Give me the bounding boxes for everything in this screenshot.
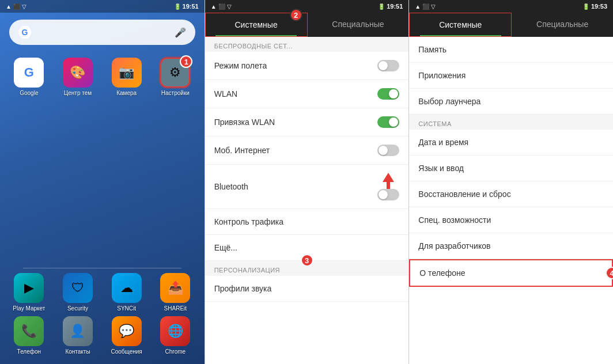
settings-item-restore[interactable]: Восстановление и сброс (409, 181, 613, 207)
app-grid-top: G Google 🎨 Центр тем 📷 Камера ⚙ 1 Настро… (0, 48, 205, 268)
app-chrome[interactable]: 🌐 Chrome (153, 316, 198, 355)
app-settings[interactable]: ⚙ 1 Настройки (153, 58, 198, 259)
step-badge-4: 4 (606, 267, 613, 279)
status-right-s2: 🔋 19:53 (582, 3, 607, 10)
download-icon-s1: ▽ (227, 3, 232, 10)
status-left-s2: ▲ ⬛ ▽ (415, 3, 436, 10)
app-label-security: Security (67, 305, 88, 312)
app-icon-phone: 📞 (14, 316, 44, 346)
google-logo: G (18, 26, 31, 39)
toggle-mobile[interactable] (377, 145, 399, 156)
settings-gear-icon: ⚙ (169, 65, 181, 80)
tab-special-s1[interactable]: Специальные (308, 13, 409, 37)
tab-system-label-s1: Системные (235, 20, 278, 29)
phone-icon: 📞 (21, 324, 37, 339)
app-contacts[interactable]: 👤 Контакты (56, 316, 100, 355)
settings-item-wlan-binding[interactable]: Привязка WLAN (205, 108, 409, 136)
tab-system-s2[interactable]: Системные (409, 13, 512, 37)
datetime-label: Дата и время (418, 138, 468, 147)
battery-icon: 🔋 (174, 3, 181, 10)
panel-home: ▲ ⬛ ▽ 🔋 19:51 G 🎤 G Google 🎨 Центр тем (0, 0, 205, 364)
app-google[interactable]: G Google (7, 58, 51, 259)
settings-item-developer[interactable]: Для разработчиков (409, 233, 613, 259)
settings-item-sound[interactable]: Профили звука (205, 276, 409, 302)
google-g-icon: G (24, 65, 34, 80)
settings-item-memory[interactable]: Память (409, 37, 613, 63)
developer-label: Для разработчиков (418, 241, 490, 251)
settings-item-apps[interactable]: Приложения (409, 63, 613, 89)
app-label-messages: Сообщения (111, 348, 142, 355)
about-label: О телефоне (419, 268, 465, 278)
app-shareit[interactable]: 📤 SHAREit (153, 273, 198, 312)
settings-item-traffic[interactable]: Контроль трафика (205, 209, 409, 235)
app-icon-shareit: 📤 (160, 273, 190, 303)
app-camera[interactable]: 📷 Камера (104, 58, 149, 259)
app-messages[interactable]: 💬 Сообщения (104, 316, 149, 355)
traffic-label: Контроль трафика (214, 217, 283, 226)
battery-icon-s1: 🔋 (378, 3, 385, 10)
settings-panel-2: ▲ ⬛ ▽ 🔋 19:53 Системные Специальные Памя… (409, 0, 613, 364)
status-time-s1: 19:51 (387, 3, 403, 10)
bluetooth-label: Bluetooth (214, 182, 248, 191)
mobile-label: Моб. Интернет (214, 146, 270, 155)
settings-item-language[interactable]: Язык и ввод (409, 156, 613, 181)
app-label-phone: Телефон (17, 348, 41, 355)
app-label-camera: Камера (116, 90, 137, 96)
messages-icon: 💬 (119, 324, 134, 339)
syncit-icon: ☁ (120, 280, 133, 295)
settings-item-airplane[interactable]: Режим полета (205, 52, 409, 80)
alert-icon-s2: ▲ (415, 3, 421, 10)
status-right-s1: 🔋 19:51 (378, 3, 403, 10)
app-label-chrome: Chrome (165, 348, 186, 355)
settings-item-datetime[interactable]: Дата и время (409, 130, 613, 156)
toggle-wlan[interactable] (377, 88, 399, 100)
app-security[interactable]: 🛡 Security (56, 273, 100, 312)
settings-item-about[interactable]: О телефоне 4 (409, 259, 613, 287)
settings-item-launcher[interactable]: Выбор лаунчера (409, 89, 613, 115)
image-icon: ⬛ (13, 3, 20, 10)
step-badge-3: 3 (301, 254, 313, 267)
status-time-home: 19:51 (183, 3, 199, 10)
app-icon-messages: 💬 (112, 316, 142, 346)
app-playmarket[interactable]: ▶ Play Маркет (7, 273, 51, 312)
tabs-row-s2: Системные Специальные (409, 13, 613, 37)
search-bar[interactable]: G 🎤 (9, 20, 195, 45)
app-themes[interactable]: 🎨 Центр тем (56, 58, 100, 259)
apps-label: Приложения (418, 71, 466, 80)
app-phone[interactable]: 📞 Телефон (7, 316, 51, 355)
bluetooth-toggle-container (377, 173, 399, 200)
launcher-label: Выбор лаунчера (418, 97, 480, 106)
step-badge-1: 1 (180, 55, 192, 68)
settings-item-wlan[interactable]: WLAN (205, 80, 409, 108)
wlan-binding-label: Привязка WLAN (214, 117, 275, 127)
app-icon-syncit: ☁ (112, 273, 142, 303)
app-label-contacts: Контакты (65, 348, 90, 355)
tabs-row-s1: Системные 2 Специальные (205, 13, 409, 37)
status-bar-settings1: ▲ ⬛ ▽ 🔋 19:51 (205, 0, 409, 13)
settings-list-s2: Память Приложения Выбор лаунчера СИСТЕМА… (409, 37, 613, 364)
status-bar-home: ▲ ⬛ ▽ 🔋 19:51 (0, 0, 205, 13)
app-label-google: Google (20, 90, 38, 96)
tab-system-s1[interactable]: Системные 2 (205, 13, 308, 37)
app-label-shareit: SHAREit (164, 305, 187, 312)
settings-item-bluetooth[interactable]: Bluetooth (205, 165, 409, 209)
app-icon-settings: ⚙ 1 (160, 58, 190, 88)
settings-item-accessibility[interactable]: Спец. возможности (409, 207, 613, 233)
tab-special-s2[interactable]: Специальные (512, 13, 613, 37)
app-syncit[interactable]: ☁ SYNCit (104, 273, 149, 312)
settings-item-mobile[interactable]: Моб. Интернет (205, 136, 409, 165)
settings-list-s1: БЕСПРОВОДНЫЕ СЕТ... Режим полета WLAN Пр… (205, 37, 409, 364)
alert-icon: ▲ (6, 3, 12, 10)
status-left-s1: ▲ ⬛ ▽ (211, 3, 232, 10)
memory-label: Память (418, 45, 446, 54)
toggle-airplane[interactable] (377, 60, 399, 71)
section-system-p3: СИСТЕМА (409, 115, 613, 130)
more-label: Ещё... (214, 243, 237, 252)
settings-item-more[interactable]: Ещё... 3 (205, 235, 409, 261)
toggle-bluetooth[interactable] (377, 189, 399, 200)
toggle-wlan-binding[interactable] (377, 116, 399, 128)
battery-icon-s2: 🔋 (582, 3, 589, 10)
app-icon-contacts: 👤 (63, 316, 93, 346)
app-icon-camera: 📷 (112, 58, 142, 88)
restore-label: Восстановление и сброс (418, 189, 510, 199)
